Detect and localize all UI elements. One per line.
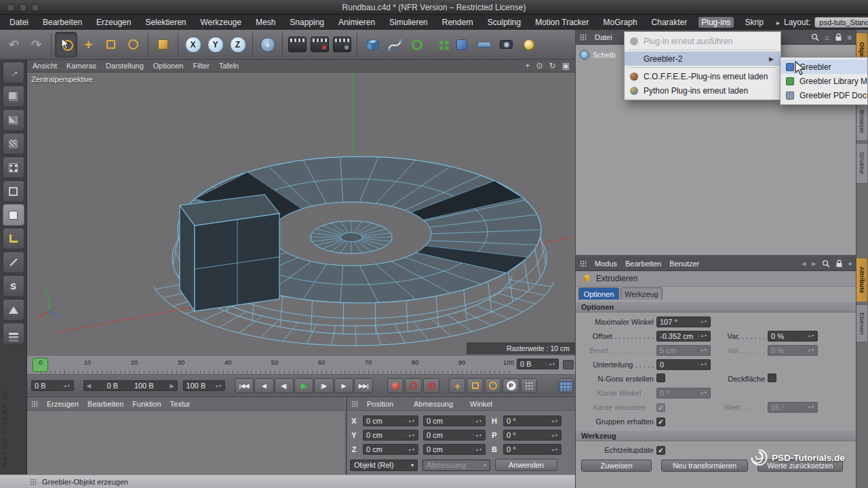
offset-field[interactable]: -0.352 cm▲▼ — [656, 331, 711, 342]
tab-ebenen[interactable]: Ebenen — [856, 304, 868, 342]
mat-menu-textur[interactable]: Textur — [170, 400, 191, 408]
menuitem-plugin-rerun[interactable]: Plug-in erneut ausführen — [625, 34, 781, 48]
vp-menu-filter[interactable]: Filter — [193, 62, 209, 70]
layout-dropdown[interactable]: psd-tuts_Standart (Benutzer) ▾ — [814, 17, 868, 28]
open-timeline-button[interactable] — [557, 378, 574, 393]
menu-sculpting[interactable]: Sculpting — [485, 17, 524, 28]
menu-overflow-arrow-icon[interactable]: ▸ — [776, 19, 780, 26]
panel-menu-icon[interactable]: ≡ — [848, 33, 852, 41]
tab-struktur[interactable]: Struktur — [856, 143, 868, 184]
panel-grip-icon[interactable] — [351, 401, 358, 407]
preview-range-slider[interactable]: ◀ 0 B 100 B ▶ — [83, 380, 178, 391]
keyframe-selection-button[interactable] — [423, 378, 439, 393]
pos-y-field[interactable]: 0 cm▲▼ — [363, 430, 418, 441]
render-picture-viewer-button[interactable] — [309, 32, 331, 58]
make-editable-button[interactable]: → — [3, 62, 24, 83]
menu-mograph[interactable]: MoGraph — [601, 17, 640, 28]
range-right-arrow-icon[interactable]: ▶ — [170, 383, 174, 389]
edges-mode-button[interactable] — [3, 180, 24, 202]
object-row-scheibe[interactable]: Scheib — [580, 50, 616, 60]
range-left-arrow-icon[interactable]: ◀ — [87, 383, 91, 389]
menu-erzeugen[interactable]: Erzeugen — [94, 17, 134, 28]
timeline-ruler[interactable]: 0 10 20 30 40 50 60 70 80 90 100 0 B▲▼ — [27, 356, 575, 375]
render-view-button[interactable] — [286, 32, 309, 58]
add-panel-icon[interactable]: + — [848, 260, 852, 268]
stepper-icon[interactable]: ▲▼ — [473, 420, 482, 423]
stepper-icon[interactable]: ▲▼ — [212, 384, 222, 388]
menu-rendern[interactable]: Rendern — [439, 17, 476, 28]
menu-mesh[interactable]: Mesh — [253, 17, 278, 28]
angle-p-field[interactable]: 0 °▲▼ — [503, 430, 561, 441]
stepper-icon[interactable]: ▲▼ — [698, 363, 707, 366]
rotate-view-icon[interactable]: ↻ — [549, 61, 556, 70]
panel-grip-icon[interactable] — [31, 401, 38, 407]
viewport-filter-button[interactable] — [3, 299, 24, 321]
kante-einrasten-checkbox[interactable]: ✓ — [656, 403, 665, 412]
scale-tool-button[interactable] — [100, 32, 122, 58]
goto-end-button[interactable]: ▶▶| — [354, 378, 373, 393]
ngons-checkbox[interactable] — [656, 373, 665, 382]
apply-button[interactable]: Anwenden — [495, 459, 557, 471]
vp-menu-ansicht[interactable]: Ansicht — [33, 62, 57, 70]
menu-snapping[interactable]: Snapping — [287, 17, 327, 28]
home-icon[interactable]: ⌂ — [825, 33, 829, 41]
spline-pen-button[interactable] — [383, 32, 406, 58]
previous-key-button[interactable]: ◀ — [254, 378, 273, 393]
angle-h-field[interactable]: 0 °▲▼ — [503, 415, 561, 426]
bevel-field[interactable]: 5 cm▲▼ — [656, 345, 711, 356]
layer-stack-button[interactable] — [3, 323, 24, 344]
autokey-button[interactable] — [405, 378, 421, 393]
unterteilung-field[interactable]: 0▲▼ — [656, 359, 711, 370]
ruler-frame-field[interactable]: 0 B▲▼ — [517, 359, 559, 369]
lock-z-axis-button[interactable]: Z — [226, 32, 249, 58]
vp-menu-kameras[interactable]: Kameras — [66, 62, 96, 70]
play-button[interactable]: ▶ — [294, 378, 313, 393]
record-parameter-toggle[interactable]: P — [502, 378, 519, 393]
record-keyframe-button[interactable] — [387, 378, 403, 393]
next-key-button[interactable]: ▶ — [334, 378, 353, 393]
render-settings-button[interactable] — [331, 32, 353, 58]
size-y-field[interactable]: 0 cm▲▼ — [423, 430, 486, 441]
subdivision-surface-button[interactable] — [406, 32, 428, 58]
menuitem-python-reload[interactable]: Python Plug-ins erneut laden — [625, 83, 781, 98]
panel-grip-icon[interactable] — [580, 34, 587, 41]
var2-field[interactable]: 0 %▲▼ — [768, 345, 818, 356]
mat-menu-bearbeiten[interactable]: Bearbeiten — [87, 400, 123, 408]
echtzeitupdate-checkbox[interactable]: ✓ — [656, 446, 665, 455]
polygons-mode-button[interactable] — [3, 204, 24, 226]
enable-axis-button[interactable] — [3, 228, 24, 249]
axis-modification-button[interactable] — [3, 251, 24, 273]
menu-skript[interactable]: Skrip — [743, 17, 766, 28]
snap-settings-button[interactable]: S — [3, 275, 24, 297]
zuweisen-button[interactable]: Zuweisen — [581, 460, 652, 472]
stepper-icon[interactable]: ▲▼ — [549, 448, 558, 451]
var1-field[interactable]: 0 %▲▼ — [768, 331, 818, 342]
vp-menu-optionen[interactable]: Optionen — [153, 62, 184, 70]
mat-menu-erzeugen[interactable]: Erzeugen — [47, 400, 79, 408]
menuitem-greebler[interactable]: Greebler — [781, 60, 867, 74]
pan-view-icon[interactable]: + — [526, 61, 530, 70]
menu-datei[interactable]: Datei — [7, 17, 31, 28]
coordinate-mode-dropdown[interactable]: Objekt (Rel)▾ — [350, 460, 418, 471]
attr-menu-bearbeiten[interactable]: Bearbeiten — [625, 260, 661, 268]
stepper-icon[interactable]: ▲▼ — [473, 434, 482, 437]
menu-animieren[interactable]: Animieren — [336, 17, 378, 28]
deformer-button[interactable] — [450, 32, 473, 58]
record-scale-toggle[interactable] — [467, 378, 483, 393]
maxwinkel-field[interactable]: 107 °▲▼ — [656, 317, 711, 327]
undo-button[interactable]: ↶ — [3, 32, 25, 58]
stepper-icon[interactable]: ▲▼ — [61, 384, 71, 388]
size-x-field[interactable]: 0 cm▲▼ — [423, 415, 486, 426]
tab-werkzeug[interactable]: Werkzeug — [620, 287, 663, 300]
attr-menu-benutzer[interactable]: Benutzer — [669, 260, 699, 268]
next-frame-button[interactable]: |▶ — [314, 378, 333, 393]
material-manager-list[interactable] — [27, 411, 344, 474]
menu-simulieren[interactable]: Simulieren — [387, 17, 431, 28]
minimize-window-button[interactable] — [19, 3, 27, 12]
search-icon[interactable] — [822, 260, 830, 268]
add-cube-button[interactable] — [361, 32, 383, 58]
close-window-button[interactable] — [7, 3, 15, 12]
coordinate-system-button[interactable]: + — [256, 32, 279, 58]
goto-start-button[interactable]: |◀◀ — [235, 378, 254, 393]
stepper-icon[interactable]: ▲▼ — [406, 434, 415, 437]
